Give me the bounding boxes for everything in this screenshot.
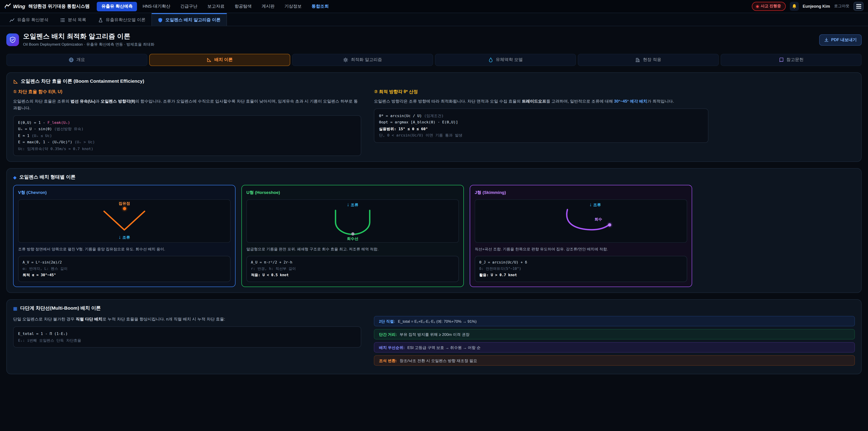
chevron-diagram: 집유점 ↓조류 xyxy=(18,199,230,243)
horseshoe-description: 말굽형으로 기름을 완전 포위. 폐쇄형 구조로 회수 효율 최고. 저조류 해… xyxy=(246,247,459,252)
section-tab-field-application[interactable]: 현장 적용 xyxy=(578,54,719,66)
droplet-icon xyxy=(488,57,493,62)
tab-spill-analysis[interactable]: 유출유 확산분석 xyxy=(4,13,54,26)
wing-logo-icon xyxy=(4,3,11,9)
skimming-diagram: ↓조류 회수 xyxy=(475,199,687,243)
chevron-formula-block: A_V = L²·sin(2α)/2 α: 반개각, L: 펜스 길이 최적 α… xyxy=(18,256,230,282)
page-content: 오일펜스 배치 최적화 알고리즘 이론 Oil Boom Deployment … xyxy=(0,26,868,374)
top-navbar: Wing 해양환경 위기대응 통합시스템 유출유 확산예측 HNS·대기확산 긴… xyxy=(0,0,868,13)
panel3-title: 다단계 차단선(Multi-Boom) 배치 이론 xyxy=(20,305,101,312)
logout-button[interactable]: 로그아웃 xyxy=(834,4,849,9)
tab-label: 분석 목록 xyxy=(68,17,86,23)
tab-label: 오일펜스 배치 알고리즘 이론 xyxy=(165,17,221,23)
nav-item-emergency-rescue[interactable]: 긴급구난 xyxy=(176,2,202,11)
gear-icon xyxy=(343,57,348,62)
section-tabs: 개요 배치 이론 최적화 알고리즘 유체역학 모델 xyxy=(6,54,862,66)
chart-line-icon xyxy=(9,18,14,22)
nav-item-integrated-search[interactable]: 통합조회 xyxy=(307,2,333,11)
nav-item-oil-spill-prediction[interactable]: 유출유 확산예측 xyxy=(97,2,137,11)
efficiency-function-heading: ① 차단 효율 함수 E(θ, U) xyxy=(13,89,362,95)
panel1-title-row: 오일펜스 차단 효율 이론 (Boom Containment Efficien… xyxy=(13,78,855,85)
panel3-title-row: ▦ 다단계 차단선(Multi-Boom) 배치 이론 xyxy=(13,305,855,312)
skimming-formula-block: θ_J = arcsin(Uc/U) + δ δ: 안전여유각(5°~10°) … xyxy=(475,256,687,282)
recovery-label: 회수 xyxy=(594,217,602,223)
optimal-angle-column: ② 최적 방향각 θ* 산정 오일펜스 방향각은 조류 방향에 따라 최적화됩니… xyxy=(374,89,855,143)
boom-card-horseshoe: U형 (Horseshoe) ↓조류 회수선 말굽형으로 기름을 완전 포위. … xyxy=(241,185,464,287)
download-icon xyxy=(825,37,829,42)
nav-item-hns-air-diffusion[interactable]: HNS·대기확산 xyxy=(138,2,175,11)
building-icon xyxy=(635,57,640,62)
shield-badge-icon xyxy=(9,37,16,43)
globe-icon xyxy=(69,57,74,62)
efficiency-function-column: ① 차단 효율 함수 E(θ, U) 오일펜스의 차단 효율은 조류의 법선 유… xyxy=(13,89,362,156)
skimming-description: 직선+곡선 조합. 기름을 한쪽으로 편향 유도하여 집유. 강조류/연안 배치… xyxy=(475,247,687,252)
optimal-angle-heading: ② 최적 방향각 θ* 산정 xyxy=(374,89,855,95)
section-tab-overview[interactable]: 개요 xyxy=(6,54,147,66)
tab-diffusion-model-theory[interactable]: 유출유확산모델 이론 xyxy=(92,13,151,26)
panel-boom-shapes: ◆ 오일펜스 배치 형태별 이론 V형 (Chevron) 집유점 ↓조류 조 xyxy=(6,168,862,293)
page-subtitle: Oil Boom Deployment Optimization · 유출유 확… xyxy=(23,42,154,48)
shield-icon xyxy=(158,18,163,22)
collect-point-label: 집유점 xyxy=(19,202,230,207)
section-tab-label: 유체역학 모델 xyxy=(496,57,523,63)
optimal-angle-paragraph: 오일펜스 방향각은 조류 방향에 따라 최적화됩니다. 차단 면적과 오일 수집… xyxy=(374,98,855,105)
section-tab-label: 현장 적용 xyxy=(643,57,661,63)
tab-label: 유출유확산모델 이론 xyxy=(106,17,146,23)
recovery-vessel-label: 회수선 xyxy=(247,237,458,242)
chevron-card-title: V형 (Chevron) xyxy=(18,190,230,196)
section-tab-deployment-theory[interactable]: 배치 이론 xyxy=(149,54,290,66)
multi-boom-rules-column: 2단 직렬:E_total = E₁+E₂-E₁·E₂ (예: 70%+70% … xyxy=(374,316,855,369)
section-tab-label: 배치 이론 xyxy=(214,57,232,63)
multi-boom-left-column: 단일 오일펜스로 차단 불가한 경우 직렬 다단 배치로 누적 차단 효율을 향… xyxy=(13,316,362,348)
pdf-export-button[interactable]: PDF 내보내기 xyxy=(819,34,862,45)
section-tab-optimization-algorithm[interactable]: 최적화 알고리즘 xyxy=(292,54,433,66)
panel1-title: 오일펜스 차단 효율 이론 (Boom Containment Efficien… xyxy=(21,78,144,85)
nav-right-cluster: 사고 진행중 Eunjeong Kim 로그아웃 xyxy=(752,2,864,11)
boom-card-skimming: J형 (Skimming) ↓조류 회수 직선+곡선 조합. 기름을 한쪽으로 … xyxy=(470,185,692,287)
nav-item-board[interactable]: 게시판 xyxy=(257,2,279,11)
section-tab-label: 개요 xyxy=(76,57,85,63)
efficiency-function-paragraph: 오일펜스의 차단 효율은 조류의 법선 유속(Uₙ)과 오일펜스 방향각(θ)의… xyxy=(13,98,362,112)
user-name[interactable]: Eunjeong Kim xyxy=(803,4,830,8)
alert-dot-icon xyxy=(756,5,758,7)
set-square-icon xyxy=(207,57,212,62)
brand[interactable]: Wing 해양환경 위기대응 통합시스템 xyxy=(4,3,90,9)
incident-status-badge: 사고 진행중 xyxy=(752,2,785,11)
rule-row-priority: 배치 우선순위:ESI 고등급 구역 보호 → 취수원 → 어항 순 xyxy=(374,342,855,353)
horseshoe-diagram: ↓조류 회수선 xyxy=(246,199,459,243)
tab-boom-algorithm-theory[interactable]: 오일펜스 배치 알고리즘 이론 xyxy=(151,13,227,26)
nav-item-weather[interactable]: 기상정보 xyxy=(280,2,306,11)
panel2-title-row: ◆ 오일펜스 배치 형태별 이론 xyxy=(13,174,855,181)
nav-item-reports[interactable]: 보고자료 xyxy=(203,2,229,11)
grid-icon: ▦ xyxy=(13,306,18,311)
pdf-export-label: PDF 내보내기 xyxy=(831,37,857,43)
nav-item-aerial-search[interactable]: 항공탐색 xyxy=(230,2,256,11)
hamburger-menu-button[interactable] xyxy=(854,2,864,11)
horseshoe-card-title: U형 (Horseshoe) xyxy=(246,190,459,196)
page-title: 오일펜스 배치 최적화 알고리즘 이론 xyxy=(23,32,154,41)
diamond-icon: ◆ xyxy=(13,175,17,180)
app-root: Wing 해양환경 위기대응 통합시스템 유출유 확산예측 HNS·대기확산 긴… xyxy=(0,0,868,431)
page-title-block: 오일펜스 배치 최적화 알고리즘 이론 Oil Boom Deployment … xyxy=(23,32,154,48)
secondary-tabbar: 유출유 확산분석 분석 목록 유출유확산모델 이론 오일펜스 배치 알고리즘 이… xyxy=(0,13,868,26)
rule-row-spacing: 단간 거리:부유 집적 방지를 위해 ≥ 200m 이격 권장 xyxy=(374,329,855,340)
incident-badge-label: 사고 진행중 xyxy=(761,4,781,9)
efficiency-formula-block: E(θ,U) = 1 - F_leak(Uₙ) Uₙ = U · sin(θ) … xyxy=(13,115,362,156)
page-icon xyxy=(6,33,19,46)
chevron-description: 조류 방향 정면에서 양쪽으로 펼친 V형. 기름을 중앙 집유점으로 유도. … xyxy=(18,247,230,252)
down-arrow-icon: ↓ xyxy=(119,235,121,240)
horseshoe-shape xyxy=(247,200,458,243)
horseshoe-formula-block: A_U = π·r²/2 + 2r·h r: 반경, h: 직선부 길이 적용:… xyxy=(246,256,459,282)
boom-card-chevron: V형 (Chevron) 집유점 ↓조류 조류 방향 정면에서 양쪽으로 펼친 … xyxy=(13,185,236,287)
notifications-button[interactable] xyxy=(789,2,799,11)
section-tab-hydrodynamic-model[interactable]: 유체역학 모델 xyxy=(435,54,576,66)
section-tab-references[interactable]: 참고문헌 xyxy=(721,54,862,66)
book-icon xyxy=(779,57,784,62)
rule-row-series: 2단 직렬:E_total = E₁+E₂-E₁·E₂ (예: 70%+70% … xyxy=(374,316,855,327)
flask-icon xyxy=(98,18,103,22)
multi-boom-paragraph: 단일 오일펜스로 차단 불가한 경우 직렬 다단 배치로 누적 차단 효율을 향… xyxy=(13,316,362,323)
page-header: 오일펜스 배치 최적화 알고리즘 이론 Oil Boom Deployment … xyxy=(6,32,862,48)
set-square-icon xyxy=(13,79,18,84)
tab-label: 유출유 확산분석 xyxy=(17,17,49,23)
tab-analysis-list[interactable]: 분석 목록 xyxy=(54,13,92,26)
